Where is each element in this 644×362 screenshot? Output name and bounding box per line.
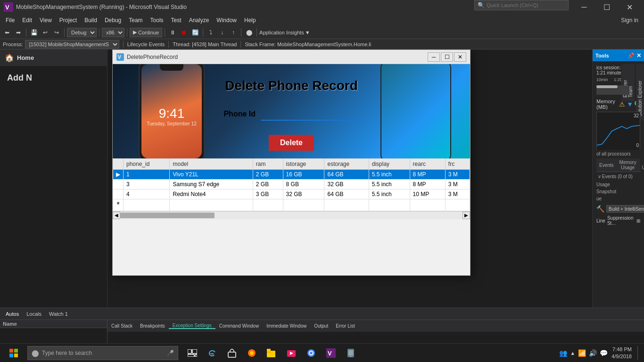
scrollbar-thumb[interactable] bbox=[120, 213, 215, 218]
restart-button[interactable]: 🔄 bbox=[190, 27, 200, 38]
step-out-button[interactable]: ↑ bbox=[228, 27, 239, 38]
events-tab[interactable]: Events bbox=[596, 158, 617, 172]
table-row[interactable]: 4Redmi Note43 GB32 GB64 GB5.5 inch10 MP3… bbox=[113, 189, 470, 199]
task-view-button[interactable] bbox=[183, 344, 202, 362]
main-area: 🏠 Home Add N V DeletePhoneRecord ─ bbox=[0, 49, 644, 307]
empty-cell bbox=[445, 199, 470, 211]
show-desktop-button[interactable] bbox=[637, 346, 640, 360]
menu-view[interactable]: View bbox=[36, 14, 56, 26]
close-button[interactable]: ✕ bbox=[619, 0, 640, 14]
forward-button[interactable]: ➡ bbox=[13, 27, 24, 38]
command-window-tab[interactable]: Command Window bbox=[215, 323, 263, 329]
menu-test[interactable]: Test bbox=[167, 14, 185, 26]
quick-launch-box[interactable]: 🔍 bbox=[474, 0, 569, 10]
pin-icon[interactable]: 📌 bbox=[627, 52, 635, 59]
down-arrow-icon[interactable]: ▼ bbox=[627, 100, 633, 108]
quick-launch-input[interactable] bbox=[487, 2, 553, 8]
menu-debug[interactable]: Debug bbox=[101, 14, 125, 26]
redo-button[interactable]: ↪ bbox=[51, 27, 62, 38]
home-content: Add N bbox=[0, 66, 107, 307]
build-combo[interactable]: Build + IntelliSense bbox=[606, 205, 644, 213]
memory-usage-tab[interactable]: Memory Usage bbox=[617, 158, 639, 172]
sign-in-button[interactable]: Sign in bbox=[617, 17, 642, 24]
call-stack-tab[interactable]: Call Stack bbox=[107, 323, 136, 329]
sound-icon[interactable]: 🔊 bbox=[589, 349, 597, 357]
scroll-right-button[interactable]: ▶ bbox=[462, 212, 470, 219]
new-row[interactable]: * bbox=[113, 199, 470, 211]
vs-logo: V bbox=[4, 2, 13, 12]
dialog-window-controls: ─ ☐ ✕ bbox=[428, 52, 466, 62]
team-explorer-tab[interactable]: Team Explorer bbox=[621, 64, 635, 101]
dialog-minimize-button[interactable]: ─ bbox=[428, 52, 440, 62]
output-tab[interactable]: Output bbox=[310, 323, 332, 329]
dialog-maximize-button[interactable]: ☐ bbox=[441, 52, 453, 62]
cell-istorage: 8 GB bbox=[283, 180, 324, 189]
menu-analyze[interactable]: Analyze bbox=[185, 14, 213, 26]
debug-mode-combo[interactable]: Debug bbox=[67, 28, 97, 37]
restore-button[interactable]: ☐ bbox=[596, 0, 618, 14]
svg-rect-12 bbox=[195, 354, 197, 357]
app-insights-btn[interactable]: Application Insights bbox=[259, 30, 304, 35]
minimize-button[interactable]: ─ bbox=[573, 0, 595, 14]
cpu-usage-tab[interactable]: CPU Usage bbox=[639, 158, 644, 172]
clock-time: 7:48 PM bbox=[611, 346, 632, 353]
network-icon[interactable]: 📶 bbox=[578, 349, 586, 357]
continue-button[interactable]: ▶ Continue bbox=[130, 28, 162, 37]
locals-tab[interactable]: Locals bbox=[25, 310, 43, 318]
menu-file[interactable]: File bbox=[2, 14, 18, 26]
menu-project[interactable]: Project bbox=[56, 14, 81, 26]
taskbar-search[interactable]: ⬤ Type here to search 🎤 bbox=[27, 346, 178, 360]
notification-icon[interactable]: 💬 bbox=[600, 349, 608, 357]
right-panel-close-icon[interactable]: ✕ bbox=[636, 52, 641, 59]
chrome-icon[interactable] bbox=[302, 344, 321, 362]
step-over-button[interactable]: ⤵ bbox=[206, 27, 216, 38]
menu-help[interactable]: Help bbox=[240, 14, 260, 26]
step-into-button[interactable]: ↓ bbox=[217, 27, 227, 38]
breakpoints-button[interactable]: ⬤ bbox=[244, 27, 254, 38]
watch1-tab[interactable]: Watch 1 bbox=[47, 310, 70, 318]
svg-rect-10 bbox=[192, 349, 197, 354]
menu-build[interactable]: Build bbox=[81, 14, 101, 26]
cell-ram: 2 GB bbox=[253, 180, 283, 189]
breakpoints-tab[interactable]: Breakpoints bbox=[136, 323, 169, 329]
mic-icon[interactable]: 🎤 bbox=[167, 350, 174, 356]
undo-button[interactable]: ↩ bbox=[40, 27, 50, 38]
scrollbar-track[interactable] bbox=[120, 212, 462, 219]
grid-scrollbar[interactable]: ◀ ▶ bbox=[113, 211, 470, 219]
vs-taskbar-icon[interactable]: V bbox=[322, 344, 340, 362]
clock[interactable]: 7:48 PM 4/9/2018 bbox=[611, 346, 632, 360]
autos-tab[interactable]: Autos bbox=[4, 310, 21, 318]
delete-button[interactable]: Delete bbox=[269, 135, 314, 151]
table-row[interactable]: ▶1Vivo Y21L2 GB16 GB64 GB5.5 inch8 MP3 M bbox=[113, 170, 470, 180]
dialog-close-button[interactable]: ✕ bbox=[454, 52, 466, 62]
svg-point-28 bbox=[350, 356, 351, 357]
mobile-shop-icon[interactable] bbox=[341, 344, 360, 362]
stop-button[interactable]: ⏹ bbox=[179, 27, 189, 38]
error-list-tab[interactable]: Error List bbox=[332, 323, 359, 329]
start-button[interactable] bbox=[2, 344, 25, 362]
files-icon[interactable] bbox=[262, 344, 281, 362]
save-all-button[interactable]: 💾 bbox=[29, 27, 39, 38]
edge-icon[interactable] bbox=[203, 344, 222, 362]
firefox-icon[interactable] bbox=[242, 344, 261, 362]
store-icon[interactable] bbox=[223, 344, 241, 362]
people-icon[interactable]: 👥 bbox=[559, 349, 567, 357]
process-dropdown[interactable]: [15032] MobileShopManagementS bbox=[25, 40, 119, 49]
menu-window[interactable]: Window bbox=[213, 14, 240, 26]
table-row[interactable]: 3Samsung S7 edge2 GB8 GB32 GB5.5 inch8 M… bbox=[113, 180, 470, 189]
phone-id-input[interactable] bbox=[261, 107, 365, 121]
menu-tools[interactable]: Tools bbox=[147, 14, 167, 26]
immediate-window-tab[interactable]: Immediate Window bbox=[263, 323, 310, 329]
expand-tray-icon[interactable]: ▲ bbox=[570, 350, 575, 356]
back-button[interactable]: ⬅ bbox=[2, 27, 12, 38]
pause-button[interactable]: ⏸ bbox=[167, 27, 178, 38]
media-icon[interactable] bbox=[282, 344, 301, 362]
scroll-left-button[interactable]: ◀ bbox=[113, 212, 120, 219]
home-tab[interactable]: 🏠 Home bbox=[0, 49, 107, 66]
filter-icon[interactable]: ⊞ bbox=[636, 218, 640, 223]
platform-combo[interactable]: x86 bbox=[102, 28, 124, 37]
menu-team[interactable]: Team bbox=[125, 14, 146, 26]
exception-settings-tab[interactable]: Exception Settings bbox=[169, 323, 215, 329]
svg-rect-6 bbox=[14, 349, 18, 353]
menu-edit[interactable]: Edit bbox=[18, 14, 36, 26]
